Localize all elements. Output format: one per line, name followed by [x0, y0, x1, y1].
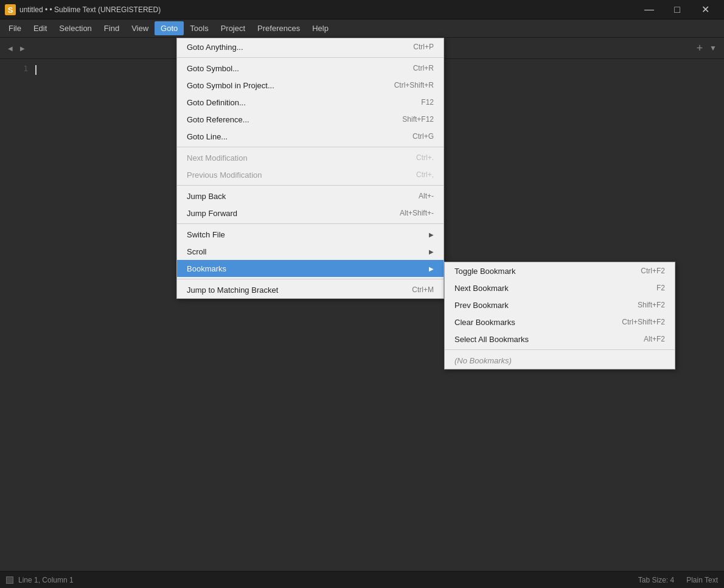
nav-prev-icon[interactable]: ◀: [5, 43, 16, 54]
menu-file[interactable]: File: [2, 21, 27, 35]
clear-bookmarks-label: Clear Bookmarks: [454, 318, 515, 327]
goto-symbol-shortcut: Ctrl+R: [413, 64, 434, 72]
menu-tools[interactable]: Tools: [184, 21, 214, 35]
tab-scroll-down-icon[interactable]: ▼: [707, 42, 719, 54]
line-numbers: 1: [0, 59, 30, 78]
bookmarks-submenu: Toggle Bookmark Ctrl+F2 Next Bookmark F2…: [444, 262, 675, 369]
goto-reference-label: Goto Reference...: [187, 115, 249, 124]
select-all-bookmarks-item[interactable]: Select All Bookmarks Alt+F2: [445, 331, 675, 348]
toggle-bookmark-item[interactable]: Toggle Bookmark Ctrl+F2: [445, 262, 675, 279]
cursor-position: Line 1, Column 1: [18, 576, 74, 584]
status-left: Line 1, Column 1: [6, 576, 74, 584]
menu-find[interactable]: Find: [98, 21, 125, 35]
status-right: Tab Size: 4 Plain Text: [638, 576, 718, 584]
next-modification-label: Next Modification: [187, 153, 248, 163]
jump-bracket-shortcut: Ctrl+M: [412, 285, 434, 294]
goto-symbol-label: Goto Symbol...: [187, 64, 239, 73]
goto-reference-shortcut: Shift+F12: [402, 115, 434, 124]
next-modification-item[interactable]: Next Modification Ctrl+.: [177, 149, 444, 166]
clear-bookmarks-item[interactable]: Clear Bookmarks Ctrl+Shift+F2: [445, 313, 675, 331]
jump-forward-label: Jump Forward: [187, 209, 237, 218]
close-button[interactable]: ✕: [691, 0, 719, 19]
select-all-bookmarks-shortcut: Alt+F2: [644, 335, 665, 343]
window-controls: — □ ✕: [635, 0, 719, 19]
next-modification-shortcut: Ctrl+.: [416, 153, 434, 162]
switch-file-label: Switch File: [187, 230, 225, 239]
goto-line-item[interactable]: Goto Line... Ctrl+G: [177, 128, 444, 145]
syntax-indicator[interactable]: Plain Text: [686, 576, 718, 584]
goto-menu: Goto Anything... Ctrl+P Goto Symbol... C…: [176, 38, 444, 299]
bookmarks-label: Bookmarks: [187, 264, 226, 273]
menu-selection[interactable]: Selection: [53, 21, 97, 35]
goto-anything-item[interactable]: Goto Anything... Ctrl+P: [177, 38, 444, 55]
jump-back-label: Jump Back: [187, 192, 226, 201]
maximize-button[interactable]: □: [663, 0, 691, 19]
select-all-bookmarks-label: Select All Bookmarks: [454, 335, 529, 344]
goto-anything-shortcut: Ctrl+P: [413, 43, 434, 51]
jump-bracket-label: Jump to Matching Bracket: [187, 285, 278, 295]
scroll-label: Scroll: [187, 247, 207, 256]
prev-modification-shortcut: Ctrl+,: [416, 170, 434, 179]
goto-line-shortcut: Ctrl+G: [412, 132, 434, 141]
goto-definition-label: Goto Definition...: [187, 98, 246, 107]
separator-4: [177, 223, 444, 224]
separator-2: [177, 147, 444, 147]
scroll-arrow-icon: ▶: [429, 248, 434, 255]
goto-anything-label: Goto Anything...: [187, 43, 243, 52]
jump-forward-item[interactable]: Jump Forward Alt+Shift+-: [177, 205, 444, 222]
menu-bar: File Edit Selection Find View Goto Tools…: [0, 19, 724, 38]
app-icon: S: [5, 4, 16, 15]
jump-back-shortcut: Alt+-: [419, 192, 434, 200]
menu-help[interactable]: Help: [306, 21, 335, 35]
switch-file-item[interactable]: Switch File ▶: [177, 226, 444, 243]
nav-arrows: ◀ ▶: [5, 43, 28, 54]
tab-arrows: ▼: [707, 42, 719, 54]
goto-symbol-item[interactable]: Goto Symbol... Ctrl+R: [177, 60, 444, 77]
minimize-button[interactable]: —: [635, 0, 663, 19]
bookmarks-item[interactable]: Bookmarks ▶: [177, 260, 444, 277]
next-bookmark-item[interactable]: Next Bookmark F2: [445, 279, 675, 296]
next-bookmark-shortcut: F2: [656, 284, 665, 292]
goto-definition-shortcut: F12: [421, 98, 434, 107]
line-number-1: 1: [23, 64, 28, 73]
toggle-bookmark-label: Toggle Bookmark: [454, 267, 515, 276]
menu-project[interactable]: Project: [215, 21, 251, 35]
prev-bookmark-shortcut: Shift+F2: [638, 301, 665, 309]
status-bar: Line 1, Column 1 Tab Size: 4 Plain Text: [0, 571, 724, 588]
nav-next-icon[interactable]: ▶: [17, 43, 28, 54]
next-bookmark-label: Next Bookmark: [454, 284, 509, 293]
toggle-bookmark-shortcut: Ctrl+F2: [641, 267, 665, 275]
prev-bookmark-label: Prev Bookmark: [454, 301, 509, 310]
no-bookmarks-label: (No Bookmarks): [454, 356, 512, 365]
jump-bracket-item[interactable]: Jump to Matching Bracket Ctrl+M: [177, 281, 444, 298]
separator-1: [177, 57, 444, 58]
goto-reference-item[interactable]: Goto Reference... Shift+F12: [177, 111, 444, 128]
tab-size-indicator[interactable]: Tab Size: 4: [638, 576, 674, 584]
title-bar: S untitled • • Sublime Text (UNREGISTERE…: [0, 0, 724, 19]
goto-definition-item[interactable]: Goto Definition... F12: [177, 94, 444, 111]
prev-modification-label: Previous Modification: [187, 170, 262, 180]
svg-text:S: S: [8, 5, 13, 15]
menu-view[interactable]: View: [125, 21, 155, 35]
submenu-separator: [445, 349, 675, 350]
menu-edit[interactable]: Edit: [27, 21, 53, 35]
text-cursor: [35, 65, 37, 75]
menu-preferences[interactable]: Preferences: [251, 21, 306, 35]
separator-3: [177, 185, 444, 186]
goto-symbol-project-label: Goto Symbol in Project...: [187, 81, 274, 90]
window-title: untitled • • Sublime Text (UNREGISTERED): [19, 5, 161, 14]
jump-forward-shortcut: Alt+Shift+-: [400, 209, 434, 217]
status-indicator-icon: [6, 576, 13, 584]
menu-goto[interactable]: Goto: [155, 21, 184, 35]
no-bookmarks-note: (No Bookmarks): [445, 352, 675, 369]
goto-symbol-project-item[interactable]: Goto Symbol in Project... Ctrl+Shift+R: [177, 77, 444, 94]
goto-symbol-project-shortcut: Ctrl+Shift+R: [394, 81, 434, 89]
bookmarks-arrow-icon: ▶: [429, 265, 434, 272]
scroll-item[interactable]: Scroll ▶: [177, 243, 444, 260]
prev-modification-item[interactable]: Previous Modification Ctrl+,: [177, 166, 444, 183]
add-tab-button[interactable]: +: [692, 41, 707, 55]
jump-back-item[interactable]: Jump Back Alt+-: [177, 187, 444, 205]
prev-bookmark-item[interactable]: Prev Bookmark Shift+F2: [445, 296, 675, 313]
switch-file-arrow-icon: ▶: [429, 231, 434, 238]
separator-5: [177, 279, 444, 279]
